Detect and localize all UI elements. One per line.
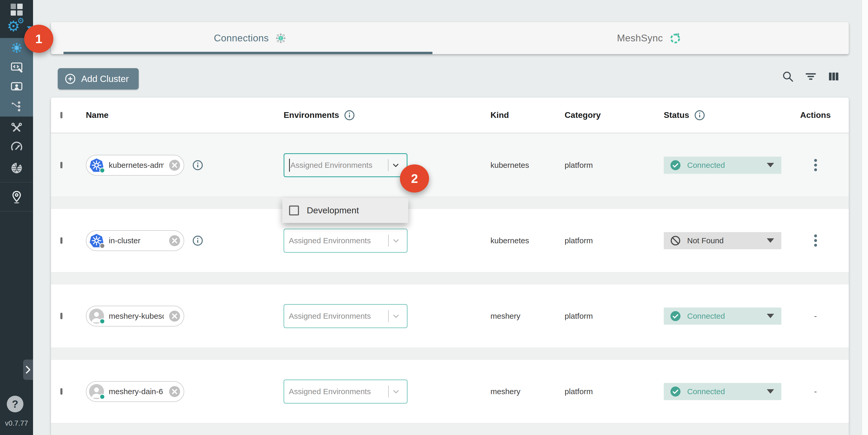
scrollbar-track[interactable] xyxy=(862,0,868,435)
annotation-step-2-number: 2 xyxy=(411,172,418,186)
environments-placeholder: Assigned Environments xyxy=(289,236,371,245)
sidebar-item-designs[interactable] xyxy=(0,96,33,116)
header-category: Category xyxy=(565,110,601,120)
connection-name-chip[interactable]: meshery-kubescop... xyxy=(86,306,184,327)
table-tool-icons xyxy=(782,70,840,83)
connection-name-chip[interactable]: meshery-dain-6 xyxy=(86,381,184,402)
dashboard-icon xyxy=(11,4,23,15)
connection-info-icon[interactable] xyxy=(192,235,204,246)
person-avatar-icon xyxy=(89,384,104,399)
table-row: meshery-kubescop... Assigned Environment… xyxy=(51,284,849,348)
status-caret-icon xyxy=(767,389,774,394)
connections-mesh-icon xyxy=(275,32,287,44)
category-value: platform xyxy=(565,161,593,169)
row-checkbox[interactable] xyxy=(60,237,62,244)
add-cluster-button[interactable]: Add Cluster xyxy=(58,68,139,90)
connection-status-dot xyxy=(99,318,105,324)
row-checkbox[interactable] xyxy=(60,313,62,319)
select-all-checkbox[interactable] xyxy=(60,112,62,118)
tab-meshsync[interactable]: MeshSync xyxy=(450,22,849,54)
connection-status-dot xyxy=(99,167,105,173)
table-row: kubernetes-admin... Assigned Environment… xyxy=(51,133,849,197)
connection-info-icon[interactable] xyxy=(192,159,204,171)
status-caret-icon xyxy=(767,314,774,318)
text-cursor xyxy=(289,159,290,172)
status-chip-not-found[interactable]: Not Found xyxy=(664,232,781,249)
connection-name: meshery-dain-6 xyxy=(109,387,164,396)
status-caret-icon xyxy=(767,163,774,167)
remove-connection-icon[interactable] xyxy=(168,310,181,322)
add-cluster-label: Add Cluster xyxy=(81,74,129,84)
header-status: Status xyxy=(664,110,689,120)
sidebar-item-toolkit[interactable] xyxy=(0,118,33,137)
toolkit-wrenches-icon xyxy=(10,122,23,134)
chevron-down-icon[interactable] xyxy=(389,312,403,320)
kind-value: meshery xyxy=(491,387,520,396)
performance-dial-icon xyxy=(10,141,23,154)
sidebar-item-performance[interactable] xyxy=(0,137,33,157)
chevron-right-icon xyxy=(24,365,32,375)
connection-status-dot xyxy=(99,243,105,249)
environment-option-checkbox[interactable] xyxy=(289,206,299,215)
remove-connection-icon[interactable] xyxy=(168,385,181,398)
chevron-down-icon[interactable] xyxy=(389,236,403,245)
sidebar-expand-button[interactable] xyxy=(23,360,33,380)
header-name: Name xyxy=(86,110,108,120)
connection-name-chip[interactable]: kubernetes-admin... xyxy=(86,155,184,176)
status-chip-connected[interactable]: Connected xyxy=(664,383,781,400)
designs-pipeline-icon xyxy=(10,100,23,113)
connection-name: in-cluster xyxy=(109,236,164,245)
row-actions-menu-button[interactable] xyxy=(813,233,818,248)
view-columns-icon[interactable] xyxy=(828,70,840,83)
row-checkbox[interactable] xyxy=(60,162,62,168)
sidebar-item-workspaces[interactable] xyxy=(0,77,33,96)
sidebar-item-extensions[interactable] xyxy=(0,158,33,179)
plus-circle-icon xyxy=(65,73,76,85)
table-toolbar: Add Cluster xyxy=(51,62,849,94)
connection-name: kubernetes-admin... xyxy=(109,161,164,169)
connections-table: Name Environments Kind Category Status xyxy=(51,98,849,435)
environments-select[interactable]: Assigned Environments xyxy=(284,153,407,177)
chevron-down-icon[interactable] xyxy=(389,387,403,396)
environments-select[interactable]: Assigned Environments xyxy=(284,380,407,404)
status-chip-connected[interactable]: Connected xyxy=(664,308,781,325)
status-chip-connected[interactable]: Connected xyxy=(664,157,781,174)
environments-placeholder: Assigned Environments xyxy=(289,312,371,320)
adapters-icon xyxy=(10,61,23,74)
check-circle-icon xyxy=(670,160,681,171)
help-button[interactable]: ? xyxy=(7,396,23,412)
remove-connection-icon[interactable] xyxy=(168,159,181,171)
environments-select[interactable]: Assigned Environments xyxy=(284,304,407,328)
environments-select[interactable]: Assigned Environments xyxy=(284,229,407,253)
connections-mesh-icon xyxy=(10,41,23,54)
block-icon xyxy=(670,235,681,246)
row-checkbox[interactable] xyxy=(60,388,62,395)
sidebar-item-dashboard[interactable] xyxy=(0,2,33,17)
row-actions-menu-button[interactable] xyxy=(813,157,818,173)
remove-connection-icon[interactable] xyxy=(168,235,181,247)
table-header-row: Name Environments Kind Category Status xyxy=(51,98,849,133)
connections-tabbar: Connections MeshSync xyxy=(51,22,849,54)
status-label: Connected xyxy=(687,387,725,396)
no-actions-placeholder: - xyxy=(814,386,817,396)
status-info-icon[interactable] xyxy=(694,110,705,121)
environment-option-label[interactable]: Development xyxy=(307,205,359,215)
sidebar-item-catalog[interactable] xyxy=(0,185,33,209)
extensions-icon xyxy=(10,161,23,175)
sidebar-item-adapters[interactable] xyxy=(0,58,33,77)
person-avatar-icon xyxy=(89,309,104,324)
active-tab-indicator xyxy=(63,52,432,54)
table-row: in-cluster Assigned Environments xyxy=(51,209,849,272)
chevron-down-icon[interactable] xyxy=(389,161,403,169)
tab-connections[interactable]: Connections xyxy=(51,22,450,54)
check-circle-icon xyxy=(670,311,681,321)
header-kind: Kind xyxy=(491,110,509,120)
filter-icon[interactable] xyxy=(805,70,817,83)
help-glyph: ? xyxy=(12,398,18,410)
lifecycle-gear-icon: ⚙ ⚙ xyxy=(7,20,26,36)
connection-name-chip[interactable]: in-cluster xyxy=(86,230,184,251)
environments-placeholder: Assigned Environments xyxy=(290,161,372,169)
sidebar: ⚙ ⚙ xyxy=(0,0,33,435)
search-icon[interactable] xyxy=(782,70,794,83)
environments-info-icon[interactable] xyxy=(344,110,355,121)
